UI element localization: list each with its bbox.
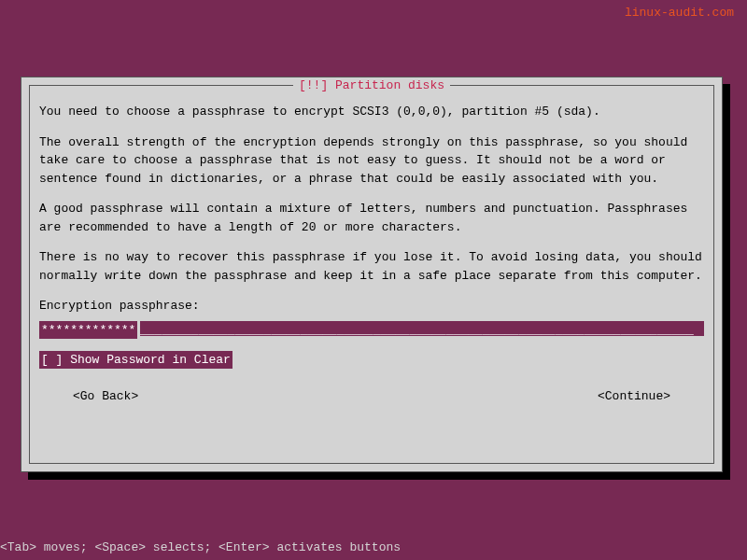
dialog-frame: [!!] Partition disks You need to choose … <box>29 85 714 464</box>
passphrase-masked-value: ************* <box>39 321 137 340</box>
checkbox-state: [ ] <box>41 353 63 367</box>
button-row: <Go Back> <Continue> <box>39 387 704 406</box>
instruction-text-4: There is no way to recover this passphra… <box>39 248 704 285</box>
passphrase-fill: ________________________________________… <box>140 321 704 336</box>
passphrase-label: Encryption passphrase: <box>39 297 704 315</box>
instruction-text-1: You need to choose a passphrase to encry… <box>39 103 704 121</box>
dialog-title: [!!] Partition disks <box>293 78 450 92</box>
instruction-text-2: The overall strength of the encryption d… <box>39 133 704 189</box>
go-back-button[interactable]: <Go Back> <box>73 387 138 406</box>
footer-hint: <Tab> moves; <Space> selects; <Enter> ac… <box>0 540 401 554</box>
watermark: linux-audit.com <box>625 6 734 20</box>
continue-button[interactable]: <Continue> <box>598 387 670 406</box>
checkbox-label: Show Password in Clear <box>70 353 231 367</box>
instruction-text-3: A good passphrase will contain a mixture… <box>39 200 704 236</box>
show-password-checkbox[interactable]: [ ] Show Password in Clear <box>39 351 233 370</box>
dialog-content: You need to choose a passphrase to encry… <box>30 86 713 415</box>
dialog: [!!] Partition disks You need to choose … <box>21 77 723 472</box>
passphrase-input[interactable]: ************* __________________________… <box>39 321 704 336</box>
